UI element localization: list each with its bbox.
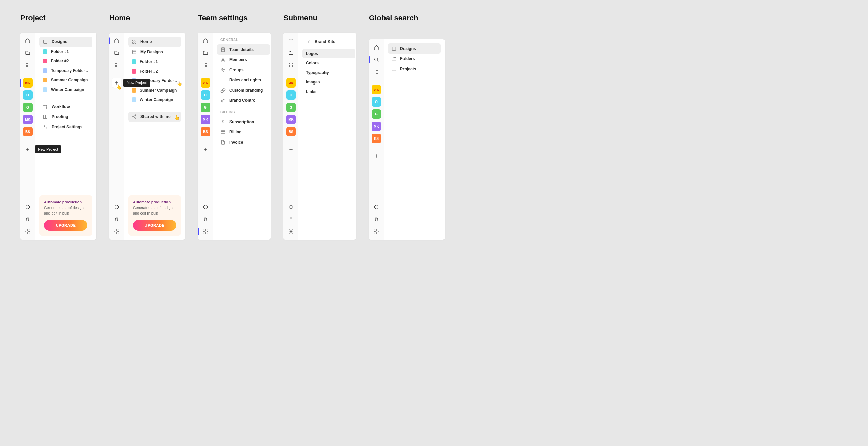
nav-winter-campaign[interactable]: Winter Campaign <box>39 85 92 94</box>
workspace-chip-bs[interactable]: BS <box>201 127 210 136</box>
grid-icon[interactable] <box>23 60 33 70</box>
nav-shared-with-me[interactable]: Shared with me👆 <box>128 112 181 122</box>
add-button[interactable] <box>286 145 296 154</box>
briefcase-icon <box>391 66 397 72</box>
add-button[interactable] <box>201 145 210 154</box>
nav-project-settings[interactable]: Project Settings <box>39 122 92 132</box>
nav-roles-rights[interactable]: Roles and rights <box>217 75 270 85</box>
svg-point-2 <box>29 63 29 64</box>
gear-icon[interactable] <box>201 227 210 236</box>
workspace-chip-o[interactable]: O <box>201 90 210 100</box>
nav-colors[interactable]: Colors <box>302 58 355 68</box>
folder-icon[interactable] <box>112 48 121 58</box>
nav-links[interactable]: Links <box>302 87 355 96</box>
folder-icon[interactable] <box>23 48 33 58</box>
upgrade-button[interactable]: UPGRADE <box>133 220 176 231</box>
add-button[interactable]: New Project <box>23 145 33 154</box>
nav-team-details[interactable]: Team details <box>217 44 270 55</box>
workspace-chip-o[interactable]: O <box>23 90 33 100</box>
pin-icon[interactable] <box>173 78 178 84</box>
nav-temporary-folder[interactable]: Temporary Folder <box>39 66 92 75</box>
nav-designs[interactable]: Designs <box>39 37 92 47</box>
nav-typography[interactable]: Typography <box>302 68 355 77</box>
add-button[interactable] <box>372 151 381 161</box>
nav-home[interactable]: Home <box>128 37 181 47</box>
nav-summer-campaign[interactable]: Summer Campaign <box>39 75 92 85</box>
nav-proofing[interactable]: Proofing <box>39 112 92 122</box>
gear-icon[interactable] <box>112 227 121 236</box>
workspace-chip-bs[interactable]: BS <box>286 127 296 136</box>
shape-icon[interactable] <box>286 202 296 212</box>
nav-my-designs[interactable]: My Designs <box>128 47 181 57</box>
workspace-chip-o[interactable]: O <box>286 90 296 100</box>
workspace-chip-g[interactable]: G <box>372 109 381 119</box>
trash-icon[interactable] <box>201 215 210 224</box>
trash-icon[interactable] <box>112 215 121 224</box>
grid-icon[interactable] <box>112 60 121 70</box>
svg-point-20 <box>116 66 117 67</box>
nav-logos[interactable]: Logos <box>302 49 355 58</box>
workspace-chip-mk[interactable]: MK <box>286 115 296 124</box>
workspace-chip-bs[interactable]: BS <box>372 134 381 143</box>
nav-members[interactable]: Members <box>217 55 270 65</box>
trash-icon[interactable] <box>286 215 296 224</box>
home-icon[interactable] <box>23 36 33 45</box>
shape-icon[interactable] <box>372 202 381 212</box>
shape-icon[interactable] <box>112 202 121 212</box>
nav-search-projects[interactable]: Projects <box>388 64 441 74</box>
workspace-chip-bs[interactable]: BS <box>23 127 33 136</box>
nav-subscription[interactable]: Subscription <box>217 117 270 127</box>
workspace-chip-g[interactable]: G <box>23 103 33 112</box>
gear-icon[interactable] <box>372 227 381 236</box>
home-icon[interactable] <box>372 43 381 52</box>
grid-icon[interactable] <box>372 67 381 77</box>
gear-icon[interactable] <box>286 227 296 236</box>
grid-icon[interactable] <box>201 60 210 70</box>
nav-search-folders[interactable]: Folders <box>388 54 441 64</box>
workspace-chip-dhl[interactable]: DHL <box>372 85 381 94</box>
back-brand-kits[interactable]: Brand Kits <box>302 37 355 47</box>
nav-brand-control[interactable]: Brand Control <box>217 95 270 106</box>
nav-folder-1[interactable]: Folder #1 <box>128 57 181 67</box>
add-button[interactable]: New Project 👆 <box>112 78 121 88</box>
nav-folder-2[interactable]: Folder #2 <box>39 56 92 66</box>
shape-icon[interactable] <box>23 202 33 212</box>
nav-billing[interactable]: Billing <box>217 127 270 137</box>
nav-summer-campaign[interactable]: Summer Campaign <box>128 86 181 95</box>
upgrade-button[interactable]: UPGRADE <box>44 220 87 231</box>
workspace-chip-g[interactable]: G <box>201 103 210 112</box>
file-icon <box>220 140 226 145</box>
svg-point-64 <box>375 73 375 74</box>
home-icon[interactable] <box>112 36 121 45</box>
home-icon[interactable] <box>201 36 210 45</box>
workspace-chip-dhl[interactable]: DHL <box>286 78 296 88</box>
shape-icon[interactable] <box>201 202 210 212</box>
trash-icon[interactable] <box>372 215 381 224</box>
pin-icon[interactable] <box>84 68 90 74</box>
gear-icon[interactable] <box>23 227 33 236</box>
nav-invoice[interactable]: Invoice <box>217 137 270 147</box>
workspace-chip-mk[interactable]: MK <box>201 115 210 124</box>
column-title-team: Team settings <box>198 14 271 22</box>
grid-icon[interactable] <box>286 60 296 70</box>
trash-icon[interactable] <box>23 215 33 224</box>
nav-images[interactable]: Images <box>302 77 355 87</box>
workspace-chip-dhl[interactable]: DHL <box>23 78 33 88</box>
workspace-chip-dhl[interactable]: DHL <box>201 78 210 88</box>
search-icon[interactable] <box>372 55 381 64</box>
workspace-chip-g[interactable]: G <box>286 103 296 112</box>
nav-groups[interactable]: Groups <box>217 65 270 75</box>
workspace-chip-mk[interactable]: MK <box>23 115 33 124</box>
nav-custom-branding[interactable]: Custom branding <box>217 85 270 95</box>
nav-folder-2[interactable]: Folder #2 <box>128 67 181 76</box>
workspace-chip-mk[interactable]: MK <box>372 122 381 131</box>
folder-icon[interactable] <box>286 48 296 58</box>
workspace-chip-o[interactable]: O <box>372 97 381 107</box>
nav-search-designs[interactable]: Designs <box>388 43 441 54</box>
link-icon <box>220 88 226 93</box>
home-icon[interactable] <box>286 36 296 45</box>
nav-workflow[interactable]: Workflow <box>39 101 92 112</box>
nav-folder-1[interactable]: Folder #1 <box>39 47 92 56</box>
nav-winter-campaign[interactable]: Winter Campaign <box>128 95 181 105</box>
folder-icon[interactable] <box>201 48 210 58</box>
